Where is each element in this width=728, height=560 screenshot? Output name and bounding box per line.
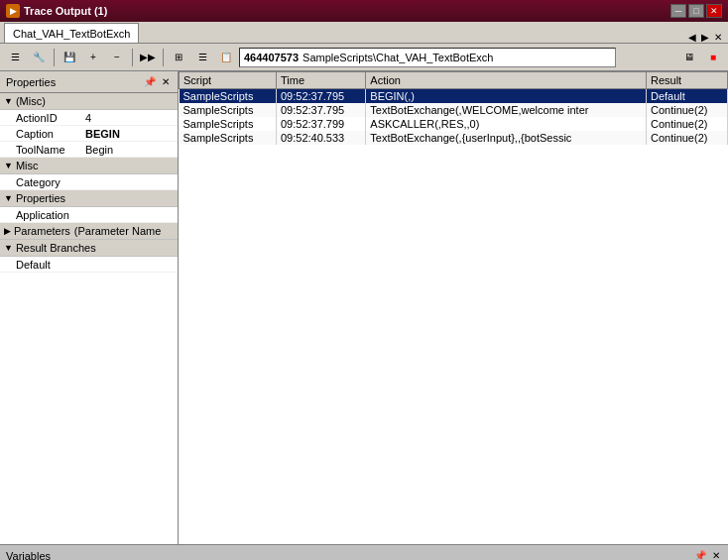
title-bar-left: ▶ Trace Output (1) (6, 4, 107, 18)
trace-cell-result: Default (646, 89, 727, 104)
main-layout: Properties 📌 ✕ ▼ (Misc) ActionID 4 Capti… (0, 71, 728, 544)
trace-row[interactable]: SampleScripts09:52:37.795BEGIN(,)Default (180, 89, 728, 104)
close-button[interactable]: ✕ (706, 4, 722, 18)
trace-cell-result: Continue(2) (646, 117, 727, 131)
properties-panel-header: Properties 📌 ✕ (0, 71, 178, 93)
tab-next-arrow[interactable]: ▶ (699, 32, 711, 43)
variables-panel: Variables 📌 ✕ Name Value Type __abandone… (0, 544, 728, 560)
toolbar-menu-btn[interactable]: ☰ (4, 47, 26, 68)
prop-group-misc-arrow: ▼ (4, 96, 13, 106)
toolbar-sep-1 (54, 49, 55, 66)
maximize-button[interactable]: □ (688, 4, 704, 18)
prop-group-parameters-label: Parameters (14, 225, 70, 237)
app-icon: ▶ (6, 4, 20, 18)
prop-group-misc2-label: Misc (16, 160, 39, 171)
variables-panel-header: Variables 📌 ✕ (0, 545, 728, 560)
trace-panel: Script Time Action Result SampleScripts0… (179, 71, 728, 544)
trace-scroll[interactable]: Script Time Action Result SampleScripts0… (179, 71, 728, 544)
properties-close-btn[interactable]: ✕ (160, 76, 172, 87)
variables-panel-controls: 📌 ✕ (692, 550, 722, 560)
toolbar-right: 🖥 ■ (678, 47, 724, 68)
title-bar-text: Trace Output (1) (24, 5, 107, 17)
variables-pin-btn[interactable]: 📌 (692, 550, 708, 560)
prop-name-application: Application (16, 209, 85, 221)
tab-close-arrow[interactable]: ✕ (712, 32, 724, 43)
toolbar-save-btn[interactable]: 💾 (59, 47, 80, 68)
trace-col-time: Time (276, 72, 365, 89)
prop-row-category: Category (0, 174, 178, 190)
toolbar-remove-btn[interactable]: − (106, 47, 128, 68)
trace-cell-time: 09:52:40.533 (276, 131, 365, 145)
toolbar-run-btn[interactable]: ▶▶ (137, 47, 159, 68)
toolbar-add-btn[interactable]: + (82, 47, 104, 68)
trace-cell-action: TextBotExchange(,{userInput},,{botSessic (366, 131, 647, 145)
prop-value-toolname: Begin (85, 144, 113, 156)
trace-row[interactable]: SampleScripts09:52:37.799ASKCALLER(,RES,… (180, 117, 728, 131)
toolbar-debug-btn[interactable]: 🔧 (28, 47, 50, 68)
variables-panel-title: Variables (6, 550, 51, 561)
trace-cell-action: BEGIN(,) (366, 89, 647, 104)
properties-panel-title: Properties (6, 76, 56, 88)
trace-cell-action: TextBotExchange(,WELCOME,welcome inter (366, 103, 647, 117)
prop-group-result-branches-label: Result Branches (16, 242, 96, 254)
prop-group-misc[interactable]: ▼ (Misc) (0, 93, 178, 110)
variables-close-btn[interactable]: ✕ (710, 550, 722, 560)
trace-col-script: Script (180, 72, 277, 89)
trace-cell-time: 09:52:37.795 (276, 89, 365, 104)
prop-group-misc-label: (Misc) (16, 95, 46, 107)
prop-group-parameters[interactable]: ▶ Parameters (Parameter Name (0, 223, 178, 240)
prop-group-properties[interactable]: ▼ Properties (0, 190, 178, 207)
prop-group-parameters-arrow: ▶ (4, 226, 11, 236)
title-bar: ▶ Trace Output (1) ─ □ ✕ (0, 0, 728, 22)
prop-group-result-branches[interactable]: ▼ Result Branches (0, 240, 178, 257)
minimize-button[interactable]: ─ (670, 4, 686, 18)
title-bar-controls: ─ □ ✕ (670, 4, 722, 18)
toolbar-view-btn[interactable]: 📋 (215, 47, 237, 68)
prop-group-misc2-arrow: ▼ (4, 161, 13, 170)
prop-row-toolname: ToolName Begin (0, 142, 178, 158)
trace-cell-result: Continue(2) (646, 131, 727, 145)
trace-cell-script: SampleScripts (180, 103, 277, 117)
prop-group-result-branches-arrow: ▼ (4, 243, 13, 253)
tab-prev-arrow[interactable]: ◀ (686, 32, 698, 43)
tab-nav: ◀ ▶ ✕ (686, 32, 724, 43)
prop-name-caption: Caption (16, 128, 85, 140)
trace-cell-action: ASKCALLER(,RES,,0) (366, 117, 647, 131)
trace-table: Script Time Action Result SampleScripts0… (179, 71, 728, 145)
toolbar-path-id: 464407573 (244, 52, 299, 63)
toolbar-path: 464407573 SampleScripts\Chat_VAH_TextBot… (239, 48, 616, 67)
prop-row-default: Default (0, 257, 178, 273)
tab-chat-vah[interactable]: Chat_VAH_TextBotExch (4, 23, 139, 43)
toolbar-sep-3 (163, 49, 164, 66)
properties-panel-controls: 📌 ✕ (142, 76, 172, 87)
properties-tree: ▼ (Misc) ActionID 4 Caption BEGIN ToolNa… (0, 93, 178, 544)
trace-row[interactable]: SampleScripts09:52:37.795TextBotExchange… (180, 103, 728, 117)
trace-cell-time: 09:52:37.795 (276, 103, 365, 117)
prop-name-category: Category (16, 176, 85, 188)
prop-name-toolname: ToolName (16, 144, 85, 156)
toolbar: ☰ 🔧 💾 + − ▶▶ ⊞ ☰ 📋 464407573 SampleScrip… (0, 44, 728, 71)
trace-cell-result: Continue(2) (646, 103, 727, 117)
trace-cell-time: 09:52:37.799 (276, 117, 365, 131)
prop-value-parameters: (Parameter Name (74, 225, 161, 237)
trace-cell-script: SampleScripts (180, 117, 277, 131)
toolbar-monitor-btn[interactable]: 🖥 (678, 47, 700, 68)
prop-group-properties-arrow: ▼ (4, 193, 13, 203)
properties-pin-btn[interactable]: 📌 (142, 76, 158, 87)
prop-name-actionid: ActionID (16, 112, 85, 124)
prop-row-actionid: ActionID 4 (0, 110, 178, 126)
toolbar-stop-btn[interactable]: ■ (702, 47, 724, 68)
toolbar-list-btn[interactable]: ☰ (191, 47, 213, 68)
prop-row-caption: Caption BEGIN (0, 126, 178, 142)
prop-group-properties-label: Properties (16, 192, 65, 204)
prop-group-misc2[interactable]: ▼ Misc (0, 158, 178, 174)
trace-col-result: Result (646, 72, 727, 89)
properties-panel: Properties 📌 ✕ ▼ (Misc) ActionID 4 Capti… (0, 71, 179, 544)
trace-row[interactable]: SampleScripts09:52:40.533TextBotExchange… (180, 131, 728, 145)
trace-cell-script: SampleScripts (180, 131, 277, 145)
toolbar-grid-btn[interactable]: ⊞ (168, 47, 189, 68)
toolbar-path-text: SampleScripts\Chat_VAH_TextBotExch (303, 52, 493, 63)
prop-value-actionid: 4 (85, 112, 91, 124)
tab-label: Chat_VAH_TextBotExch (13, 28, 130, 40)
tab-bar: Chat_VAH_TextBotExch ◀ ▶ ✕ (0, 22, 728, 44)
